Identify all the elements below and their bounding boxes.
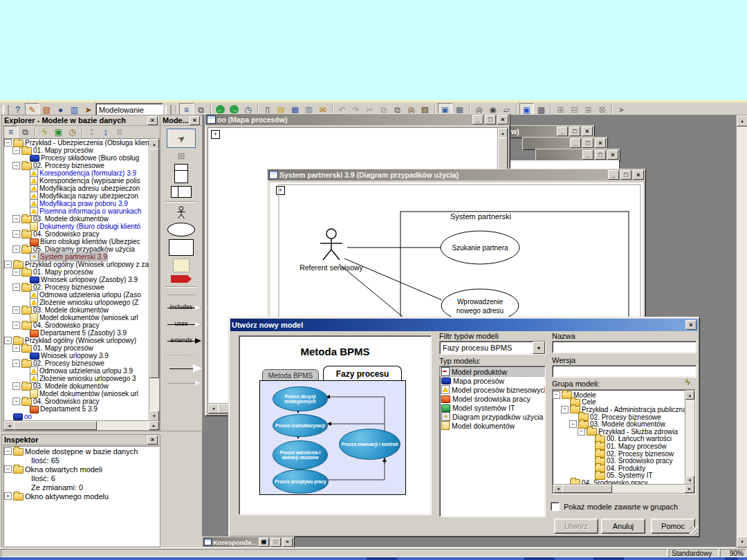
expander-icon[interactable]: − — [12, 215, 20, 223]
explorer-tool-button[interactable]: ϟ — [38, 127, 51, 138]
help-button[interactable]: Pomoc — [651, 519, 695, 534]
toolbar-button[interactable] — [548, 104, 553, 115]
expander-icon[interactable]: − — [4, 139, 12, 147]
show-models-checkbox[interactable] — [551, 502, 560, 511]
tree-item[interactable]: System partnerski 3.9 — [4, 253, 149, 261]
close-icon[interactable]: × — [595, 138, 606, 148]
inspector-titlebar[interactable]: Inspektor × — [2, 435, 160, 445]
dashed-connector[interactable] — [160, 351, 202, 359]
explorer-tool-button[interactable]: ◷ — [66, 127, 79, 138]
toolbar-button[interactable]: ? — [11, 104, 24, 115]
scroll-up-icon[interactable]: ▲ — [149, 139, 159, 149]
toolbar-button[interactable]: ⊞ — [582, 104, 595, 115]
tree-item[interactable]: − 01. Mapy procesów — [4, 268, 149, 276]
expander-icon[interactable]: − — [12, 230, 20, 238]
expander-icon[interactable]: − — [4, 261, 12, 268]
explorer-tool-button[interactable]: ↥ — [85, 127, 98, 138]
minimize-icon[interactable]: _ — [570, 138, 581, 148]
expander-icon[interactable]: − — [12, 398, 20, 405]
tree-item[interactable]: − 03. Modele dokumentów — [4, 215, 149, 223]
minimize-icon[interactable]: _ — [582, 150, 593, 160]
expander-icon[interactable]: − — [12, 147, 20, 154]
map-window-titlebar[interactable]: oo (Mapa procesów) _ □ × — [205, 114, 510, 125]
tree-item[interactable]: − 04. Środowisko pracy — [4, 230, 149, 238]
version-input[interactable] — [552, 365, 697, 377]
toolbox-titlebar[interactable]: Mode... × — [160, 115, 202, 126]
group-tree-vscrollbar[interactable]: ▲ ▼ — [685, 390, 695, 485]
tree-item[interactable]: Odmowa udzielenia urlopu 3.9 — [4, 367, 149, 375]
expander-icon[interactable]: − — [12, 321, 20, 329]
group-tree-item[interactable]: 02. Procesy biznesow — [553, 450, 695, 458]
create-button[interactable]: Utwórz — [554, 519, 598, 534]
explorer-tool-button[interactable]: ↨ — [99, 127, 112, 138]
toolbar-button[interactable]: ▦ — [535, 104, 548, 115]
maximize-icon[interactable]: □ — [485, 115, 496, 124]
process-arrow-shape[interactable] — [160, 275, 202, 283]
tree-item[interactable]: Modyfikacja nazwy ubezpieczon — [4, 192, 149, 200]
explorer-vertical-scrollbar[interactable]: ▲ ▼ — [149, 138, 160, 422]
scroll-left-icon[interactable]: ◄ — [553, 485, 563, 493]
dialog-titlebar[interactable]: Utwórz nowy model × — [230, 319, 698, 331]
toolbar-button[interactable]: ▤ — [40, 104, 53, 115]
maximize-icon[interactable]: □ — [270, 538, 281, 547]
group-tree-item[interactable]: 01. Mapy procesów — [553, 442, 695, 450]
close-icon[interactable]: × — [582, 127, 593, 136]
model-type-item[interactable]: Model środowiska pracy — [440, 394, 545, 403]
explorer-tool-button[interactable]: ⧉ — [19, 127, 32, 138]
tree-item[interactable]: − 04. Środowisko pracy — [4, 398, 149, 405]
toolbar-button[interactable] — [514, 104, 519, 115]
usecase-ellipse-shape[interactable] — [160, 223, 202, 236]
toolbar-button[interactable]: ⊞ — [554, 104, 567, 115]
maximize-icon[interactable]: □ — [582, 138, 593, 148]
cancel-button[interactable]: Anuluj — [601, 519, 645, 534]
expander-icon[interactable]: − — [12, 268, 20, 276]
vertical-split-shape[interactable] — [160, 164, 202, 183]
expander-icon[interactable]: − — [12, 162, 20, 169]
pointer-tool[interactable]: ➤ — [167, 129, 196, 148]
explorer-horizontal-scrollbar[interactable]: ◄ ► — [3, 420, 160, 431]
close-icon[interactable]: × — [147, 436, 158, 445]
extends-connector[interactable]: extends — [160, 334, 202, 348]
inspector-item[interactable]: Ze zmianami: 0 — [4, 483, 159, 492]
tree-item[interactable]: − 02. Procesy biznesowe — [4, 283, 149, 291]
inspector-item[interactable]: Ilość: 65 — [4, 456, 159, 465]
scroll-up-icon[interactable]: ▲ — [737, 115, 747, 127]
group-tree-item[interactable]: − Przykład - Administracja publiczna — [553, 406, 695, 413]
tree-item[interactable]: oo — [4, 413, 149, 420]
includes-connector[interactable]: includes — [160, 301, 202, 315]
close-icon[interactable]: × — [685, 320, 697, 330]
toolbar-button[interactable] — [174, 104, 178, 115]
tree-item[interactable]: Modyfikacja adresu ubezpieczon — [4, 185, 149, 192]
tree-item[interactable]: − 01. Mapy procesów — [4, 147, 149, 154]
window-titlebar[interactable]: _ □ × — [523, 138, 607, 149]
expander-icon[interactable]: − — [553, 391, 560, 399]
actor-shape[interactable] — [160, 206, 202, 220]
expander-icon[interactable]: − — [4, 465, 12, 473]
model-type-item[interactable]: Model procesów biznesowych — [440, 385, 545, 394]
tree-item[interactable]: Odmowa udzielenia urlopu (Zaso — [4, 291, 149, 299]
resize-grip[interactable] — [690, 527, 698, 535]
expander-icon[interactable]: − — [12, 344, 20, 352]
window-titlebar[interactable]: w) _ □ × — [510, 126, 594, 137]
filter-combo[interactable]: Fazy procesu BPMS ▼ — [439, 341, 546, 355]
group-tree-item[interactable]: 04. Produkty — [553, 465, 695, 472]
expander-icon[interactable]: − — [12, 283, 20, 291]
restore-icon[interactable]: ▣ — [259, 538, 269, 547]
expander-icon[interactable]: − — [12, 360, 20, 367]
tree-item[interactable]: − 05. Diagramy przypadków użycia — [4, 245, 149, 253]
mdi-vertical-scrollbar[interactable]: ▲ ▼ — [736, 115, 747, 548]
inspector-item[interactable]: − Modele dostępne w bazie danych — [4, 447, 159, 456]
line-connector[interactable] — [160, 291, 202, 298]
new-group-icon[interactable]: ϟ — [685, 377, 690, 387]
window-titlebar[interactable]: _ □ × — [536, 149, 620, 160]
tree-item[interactable]: − 02. Procesy biznesowe — [4, 360, 149, 367]
minimized-titlebar[interactable]: Koresponde... ▣ □ × — [203, 537, 294, 547]
tree-item[interactable]: Departament 5 3.9 — [4, 405, 149, 413]
toolbar-button[interactable] — [609, 104, 614, 115]
scroll-right-icon[interactable]: ► — [685, 485, 694, 493]
toolbar-button[interactable]: ● — [54, 104, 67, 115]
tree-item[interactable]: − 03. Modele dokumentów — [4, 306, 149, 314]
scroll-left-icon[interactable]: ◄ — [208, 404, 219, 413]
explorer-tool-button[interactable] — [80, 127, 84, 138]
close-icon[interactable]: × — [633, 170, 644, 180]
